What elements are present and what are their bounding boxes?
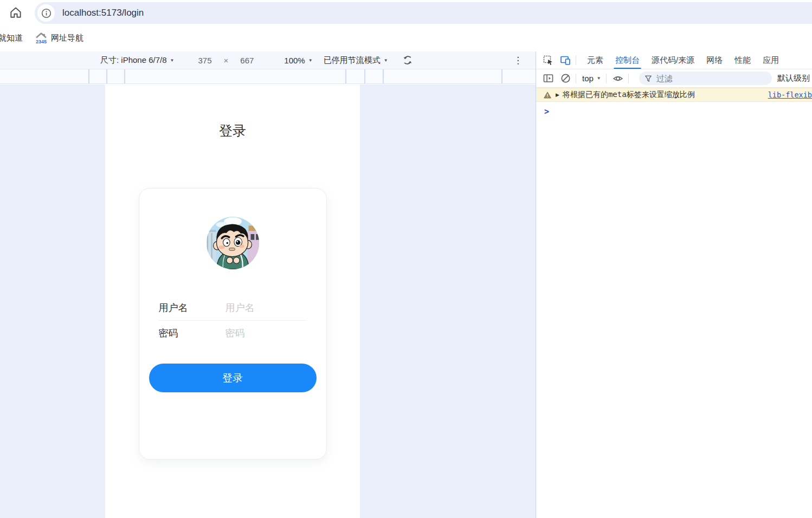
- toolbar-divider: [576, 74, 576, 83]
- device-toolbar: 尺寸: iPhone 6/7/8 ▼ 375 × 667 100% ▼ 已停用节…: [0, 51, 536, 69]
- devtools-panel: 元素 控制台 源代码/来源 网络 性能 应用: [536, 51, 812, 518]
- login-form: 用户名 密码 登录: [139, 295, 326, 392]
- browser-toolbar: localhost:5173/login: [0, 0, 812, 24]
- emulation-stage: 登录: [0, 85, 536, 518]
- bookmark-item[interactable]: 2345 网址导航: [35, 32, 83, 44]
- live-expression-button[interactable]: [613, 73, 623, 84]
- ruler-tick: [501, 69, 502, 83]
- url-text[interactable]: localhost:5173/login: [62, 8, 144, 18]
- log-level-select[interactable]: 默认级别 ▼: [777, 73, 812, 83]
- zoom-value: 100%: [284, 56, 305, 65]
- 2345-favicon-icon: 2345: [35, 32, 48, 44]
- ruler-tick: [124, 69, 125, 83]
- warning-message: 将根据已有的meta标签来设置缩放比例: [563, 90, 695, 100]
- viewport-width-field[interactable]: 375: [198, 56, 212, 65]
- info-icon: [41, 8, 51, 18]
- toolbar-divider: [606, 74, 607, 83]
- console-prompt-chevron: >: [544, 107, 549, 116]
- tab-console[interactable]: 控制台: [609, 51, 646, 69]
- eye-icon: [613, 74, 623, 83]
- home-icon: [9, 5, 23, 20]
- rotate-icon: [402, 55, 413, 66]
- login-button[interactable]: 登录: [149, 364, 317, 392]
- log-level-value: 默认级别: [777, 73, 810, 83]
- clear-console-icon: [560, 73, 571, 83]
- tab-application[interactable]: 应用: [757, 51, 785, 69]
- more-options-button[interactable]: ⋮: [513, 55, 523, 66]
- bookmark-label: 网址导航: [51, 33, 83, 43]
- chevron-down-icon: ▼: [597, 76, 601, 81]
- console-filter[interactable]: [639, 72, 772, 85]
- execution-context-select[interactable]: top ▼: [581, 74, 601, 83]
- filter-input[interactable]: [656, 74, 766, 83]
- toolbar-divider: [576, 55, 576, 65]
- devtools-tab-bar: 元素 控制台 源代码/来源 网络 性能 应用: [536, 51, 812, 69]
- device-size-label: 尺寸: iPhone 6/7/8: [100, 55, 167, 66]
- console-sidebar-button[interactable]: [543, 73, 553, 84]
- sidebar-panel-icon: [543, 73, 553, 83]
- clear-console-button[interactable]: [560, 73, 571, 84]
- tab-label: 元素: [587, 55, 603, 66]
- tab-sources[interactable]: 源代码/来源: [646, 51, 700, 69]
- password-input[interactable]: [225, 328, 315, 339]
- svg-text:2345: 2345: [36, 39, 47, 44]
- password-label: 密码: [159, 327, 225, 340]
- toolbar-divider: [628, 74, 629, 83]
- chevron-down-icon: ▼: [308, 58, 313, 63]
- tab-label: 源代码/来源: [652, 55, 694, 66]
- toggle-device-toolbar-button[interactable]: [560, 55, 571, 66]
- bookmarks-bar: 就知道 2345 网址导航: [0, 24, 812, 51]
- username-label: 用户名: [159, 301, 225, 314]
- funnel-filter-icon: [645, 75, 652, 82]
- browser-window: localhost:5173/login 就知道 2345 网址导航 尺寸: i…: [0, 0, 812, 518]
- ruler-tick: [364, 69, 365, 83]
- inspect-cursor-icon: [543, 55, 553, 66]
- console-prompt-row[interactable]: >: [536, 102, 812, 116]
- zoom-select[interactable]: 100% ▼: [284, 56, 312, 65]
- page-title: 登录: [105, 85, 360, 140]
- login-card: 用户名 密码 登录: [139, 188, 327, 459]
- shinchan-avatar-icon: [207, 217, 259, 269]
- device-type-select[interactable]: 尺寸: iPhone 6/7/8 ▼: [100, 55, 175, 66]
- bookmark-item[interactable]: 就知道: [0, 33, 23, 43]
- context-value: top: [582, 74, 594, 83]
- throttling-select[interactable]: 已停用节流模式 ▼: [324, 55, 388, 66]
- viewport-height-field[interactable]: 667: [240, 56, 254, 65]
- chevron-down-icon: ▼: [384, 58, 388, 63]
- dimension-multiply-label: ×: [224, 56, 229, 65]
- device-toolbar-icon: [560, 55, 571, 66]
- media-query-ruler: [0, 69, 536, 84]
- tab-label: 网络: [706, 55, 723, 66]
- home-button[interactable]: [9, 5, 23, 20]
- rotate-viewport-button[interactable]: [402, 55, 413, 66]
- expand-arrow-icon[interactable]: ▶: [556, 92, 559, 98]
- tab-label: 性能: [734, 55, 751, 66]
- ruler-tick: [383, 69, 384, 83]
- ruler-tick: [106, 69, 107, 83]
- username-field-row: 用户名: [139, 295, 326, 320]
- tab-label: 应用: [763, 55, 779, 66]
- throttling-value: 已停用节流模式: [324, 55, 381, 66]
- console-warning-row[interactable]: ▶ 将根据已有的meta标签来设置缩放比例 lib-flexib: [536, 88, 812, 102]
- ruler-tick: [88, 69, 89, 83]
- tab-network[interactable]: 网络: [700, 51, 729, 69]
- tab-performance[interactable]: 性能: [729, 51, 757, 69]
- warning-source-link[interactable]: lib-flexib: [768, 90, 812, 99]
- tab-elements[interactable]: 元素: [581, 51, 609, 69]
- warning-triangle-icon: [544, 92, 551, 99]
- device-emulation-pane: 尺寸: iPhone 6/7/8 ▼ 375 × 667 100% ▼ 已停用节…: [0, 51, 536, 518]
- address-bar[interactable]: localhost:5173/login: [35, 2, 812, 24]
- tab-label: 控制台: [615, 55, 640, 66]
- page-info-button[interactable]: [37, 4, 55, 22]
- password-field-row: 密码: [139, 321, 326, 346]
- console-toolbar: top ▼ 默认级别 ▼: [536, 69, 812, 88]
- chevron-down-icon: ▼: [170, 58, 175, 63]
- inspect-element-button[interactable]: [543, 55, 553, 66]
- device-viewport: 登录: [105, 85, 360, 518]
- username-input[interactable]: [225, 302, 315, 314]
- ruler-tick: [345, 69, 346, 83]
